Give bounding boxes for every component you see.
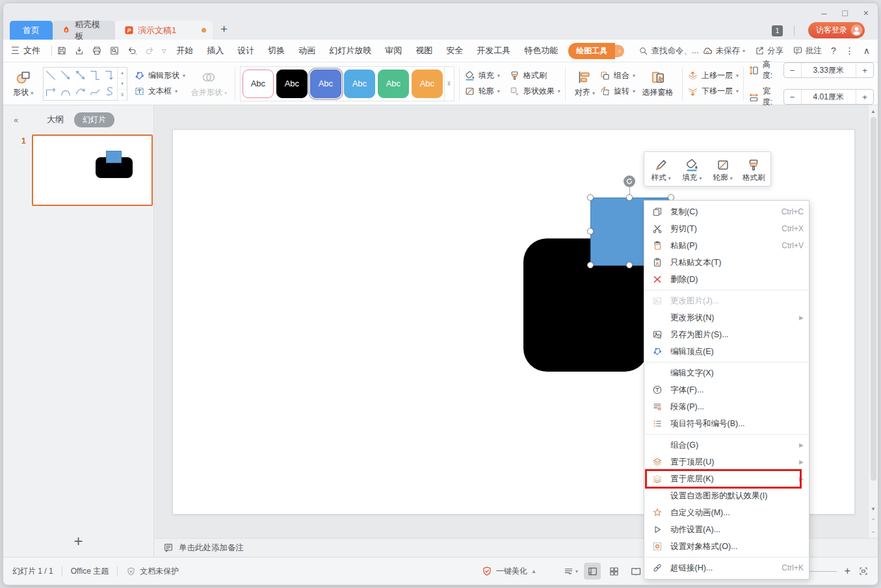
context-menu-item[interactable]: 项目符号和编号(B)... [644,415,809,432]
share-button[interactable]: 分享 [754,45,783,57]
tab-home[interactable]: 首页 [10,21,53,40]
draw-tools-more-icon[interactable]: › [615,45,624,57]
width-plus-button[interactable]: + [856,92,873,102]
scroll-up-icon[interactable]: ▲ [869,109,878,114]
menu-tab-开始[interactable]: 开始 [176,45,193,57]
shape-gallery-item-10[interactable] [103,84,117,99]
file-menu[interactable]: 三 文件 [11,45,40,57]
gallery-down-icon[interactable]: ▾ [118,79,127,90]
context-menu-item[interactable]: 置于底层(K)▶ [644,470,809,487]
resize-handle-top-mid[interactable] [626,194,633,201]
minimize-button[interactable]: – [822,7,827,19]
gallery-more-icon[interactable]: ⊻ [118,90,127,101]
print-icon[interactable] [92,45,102,56]
slide-thumbnail[interactable] [32,134,153,206]
rotate-button[interactable]: 旋转▾ [599,86,635,97]
menu-tab-视图[interactable]: 视图 [415,45,432,57]
next-slide-icon[interactable]: ⌄ [869,528,878,534]
context-menu-item[interactable]: 组合(G)▶ [644,437,809,454]
close-button[interactable]: × [863,7,869,19]
draw-tools-tab[interactable]: 绘图工具 › [568,43,624,59]
menu-tab-设计[interactable]: 设计 [237,45,254,57]
normal-view-button[interactable] [584,563,601,580]
print-preview-icon[interactable] [109,45,120,56]
style-gallery-more-icon[interactable]: ⊻ [444,67,453,101]
collapse-ribbon-icon[interactable]: ∧ [863,45,870,56]
mini-format-painter-button[interactable]: 格式刷 [739,156,770,183]
comment-button[interactable]: 批注 [793,45,822,57]
menu-tab-开发工具[interactable]: 开发工具 [477,45,510,57]
export-icon[interactable] [74,45,85,56]
context-menu-item[interactable]: 粘贴(P)Ctrl+V [644,237,809,254]
scrollbar-thumb[interactable] [871,117,876,481]
resize-handle-bottom-left[interactable] [587,262,594,268]
context-menu-item[interactable]: 设置对象格式(O)... [644,538,809,555]
notes-toggle-button[interactable]: ▾ [564,557,578,585]
shape-gallery-item-4[interactable] [88,68,102,83]
slide-sorter-view-button[interactable] [605,563,622,580]
height-plus-button[interactable]: + [856,66,873,75]
fit-screen-icon[interactable] [858,566,869,576]
context-menu-item[interactable]: 更改形状(N)▶ [644,309,809,326]
context-menu-item[interactable]: 编辑文字(X) [644,364,809,381]
theme-name[interactable]: Office 主题 [62,566,117,577]
more-menu-icon[interactable]: ⋮ [845,45,854,56]
document-protection[interactable]: 文档未保护 [118,566,187,577]
shape-style-swatch-6[interactable]: Abc [412,70,443,98]
menu-tab-插入[interactable]: 插入 [207,45,224,57]
mini-outline-frame-button[interactable]: 轮廓 ▾ [707,156,739,183]
context-menu-item[interactable]: 删除(D) [644,271,809,288]
gallery-up-icon[interactable]: ▴ [118,68,127,79]
shapes-button[interactable]: 形状 ▾ [7,70,39,98]
tab-document[interactable]: P 演示文稿1 [115,21,213,40]
maximize-button[interactable]: □ [842,7,847,19]
format-painter-button[interactable]: 格式刷 [509,70,547,81]
shape-style-swatch-1[interactable]: Abc [243,70,274,98]
shape-style-swatch-2[interactable]: Abc [276,70,308,98]
rotation-handle[interactable] [624,175,635,187]
text-box-button[interactable]: 文本框▾ [134,86,185,97]
shape-gallery-item-2[interactable] [59,68,73,83]
edit-shape-button[interactable]: 编辑形状▾ [134,70,185,81]
context-menu-item[interactable]: 剪切(T)Ctrl+X [644,220,809,237]
shape-effects-button[interactable]: 形状效果▾ [509,86,560,97]
height-minus-button[interactable]: − [784,66,801,75]
width-value[interactable]: 4.01厘米 [801,90,856,104]
scroll-down-icon[interactable]: ▼ [869,506,878,512]
selection-pane-button[interactable]: 选择窗格 [638,70,677,98]
shape-gallery-item-1[interactable] [44,68,58,83]
tab-slides[interactable]: 幻灯片 [74,112,114,127]
zoom-in-button[interactable]: + [845,565,850,577]
undo-icon[interactable] [127,45,137,56]
align-button[interactable]: 对齐 ▾ [570,70,599,98]
menu-tab-幻灯片放映[interactable]: 幻灯片放映 [329,45,371,57]
previous-slide-icon[interactable]: ⌃ [869,518,878,524]
vertical-scrollbar[interactable]: ▲ ▼ ⌃ ⌄ [868,105,878,538]
context-menu-item[interactable]: 置于顶层(U)▶ [644,454,809,470]
panel-collapse-button[interactable]: « [14,115,18,125]
tab-docer-templates[interactable]: 稻壳模板 [53,21,115,40]
help-button[interactable]: ? [831,45,836,56]
shape-style-swatch-5[interactable]: Abc [378,70,409,98]
menu-tab-特色功能[interactable]: 特色功能 [524,45,558,57]
shape-gallery-item-3[interactable] [73,68,88,83]
context-menu-item[interactable]: 另存为图片(S)... [644,326,809,343]
new-tab-button[interactable]: + [213,21,235,40]
add-slide-button[interactable]: + [3,532,153,550]
context-menu-item[interactable]: 设置自选图形的默认效果(I) [644,487,809,504]
outline-button[interactable]: 轮廓▾ [464,86,500,97]
zoom-slider[interactable] [806,571,837,572]
menu-tab-动画[interactable]: 动画 [298,45,315,57]
context-menu-item[interactable]: 复制(C)Ctrl+C [644,203,809,220]
shape-gallery-item-9[interactable] [88,84,102,99]
mini-fill-bucket-button[interactable]: 填充 ▾ [677,156,708,183]
menu-tab-审阅[interactable]: 审阅 [385,45,402,57]
beautify-button[interactable]: 一键美化 ▲ [482,557,536,585]
task-count-badge[interactable]: 1 [772,25,783,36]
shape-style-swatch-3[interactable]: Abc [310,70,341,98]
shape-gallery-item-5[interactable] [103,68,117,83]
quickbar-more-icon[interactable]: ▽ [162,48,166,54]
resize-handle-bottom-mid[interactable] [626,262,633,268]
command-search[interactable]: 查找命令、... [638,45,699,57]
width-minus-button[interactable]: − [784,92,801,102]
